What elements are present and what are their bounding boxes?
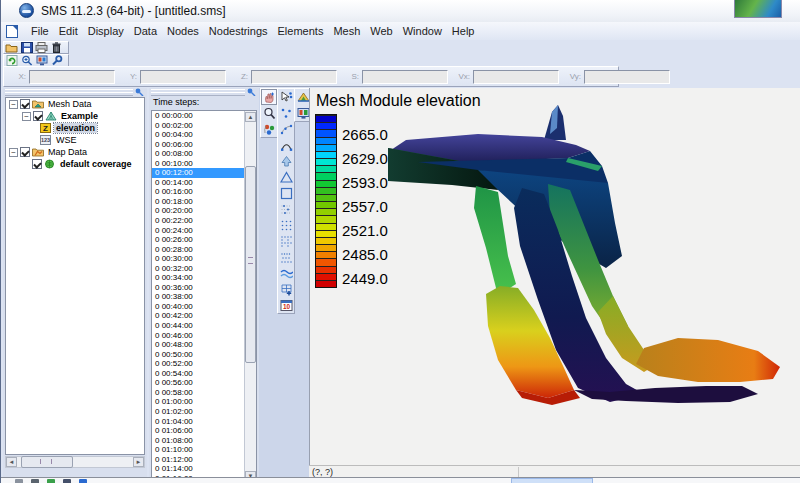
tree-item-label[interactable]: WSE	[54, 135, 79, 145]
time-step-row[interactable]: 0 01:12:00	[152, 455, 244, 465]
collapse-icon[interactable]: −	[22, 112, 31, 121]
time-step-row[interactable]: 0 01:14:00	[152, 464, 244, 474]
tree-item-label[interactable]: Mesh Data	[46, 99, 94, 109]
time-step-row[interactable]: 0 00:12:00	[152, 168, 244, 178]
time-step-row[interactable]: 0 00:34:00	[152, 273, 244, 283]
time-steps-scrollbar[interactable]: ▲ ▼	[244, 111, 256, 482]
zoom-in-button[interactable]	[19, 55, 34, 66]
time-step-row[interactable]: 0 00:00:00	[152, 111, 244, 121]
menu-item[interactable]: Mesh	[328, 23, 365, 39]
time-step-row[interactable]: 0 00:50:00	[152, 350, 244, 360]
time-step-row[interactable]: 0 00:46:00	[152, 331, 244, 341]
time-step-row[interactable]: 0 00:18:00	[152, 197, 244, 207]
coordinate-field-input[interactable]	[140, 70, 226, 84]
print-button[interactable]	[34, 42, 49, 53]
tree-item-label[interactable]: Map Data	[46, 147, 89, 157]
coordinate-field-input[interactable]	[584, 70, 670, 84]
menu-item[interactable]: Help	[447, 23, 480, 39]
tree-item-mesh-data[interactable]: − Mesh Data	[6, 98, 144, 110]
scroll-left-button[interactable]: ◄	[6, 457, 17, 467]
time-step-row[interactable]: 0 01:10:00	[152, 445, 244, 455]
refine-pattern-2-tool-button[interactable]	[278, 233, 294, 249]
collapse-icon[interactable]: −	[9, 148, 18, 157]
tree-item-map-data[interactable]: − Map Data	[6, 146, 144, 158]
tree-item-example[interactable]: − Example	[6, 110, 144, 122]
document-icon[interactable]	[6, 25, 18, 38]
scrollbar-thumb[interactable]	[245, 166, 256, 363]
select-nodestring-tool-button[interactable]	[278, 121, 294, 137]
select-mesh-node-tool-button[interactable]	[278, 89, 294, 105]
title-bar[interactable]: SMS 11.2.3 (64-bit) - [untitled.sms]	[1, 0, 800, 23]
time-step-row[interactable]: 0 00:40:00	[152, 302, 244, 312]
merge-split-tool-button[interactable]	[278, 153, 294, 169]
menu-item[interactable]: Display	[83, 23, 129, 39]
time-step-row[interactable]: 0 01:02:00	[152, 407, 244, 417]
time-step-row[interactable]: 0 00:52:00	[152, 359, 244, 369]
coordinate-field-input[interactable]	[251, 70, 337, 84]
time-step-row[interactable]: 0 00:44:00	[152, 321, 244, 331]
collapse-icon[interactable]: −	[9, 100, 18, 109]
time-step-row[interactable]: 0 01:06:00	[152, 426, 244, 436]
scroll-right-button[interactable]: ►	[133, 457, 144, 467]
time-step-row[interactable]: 0 00:30:00	[152, 254, 244, 264]
tree-item-elevation[interactable]: Z elevation	[6, 122, 144, 134]
menu-item[interactable]: Web	[365, 23, 397, 39]
time-step-row[interactable]: 0 00:32:00	[152, 264, 244, 274]
time-step-row[interactable]: 0 00:04:00	[152, 130, 244, 140]
rotate-tool-button[interactable]	[261, 121, 277, 137]
scrollbar-thumb[interactable]	[21, 456, 73, 468]
select-element-tool-button[interactable]	[278, 105, 294, 121]
delete-button[interactable]	[49, 42, 64, 53]
time-step-row[interactable]: 0 00:48:00	[152, 340, 244, 350]
display-options-macro-button[interactable]	[34, 55, 49, 66]
coordinate-field-input[interactable]	[29, 70, 115, 84]
time-step-row[interactable]: 0 00:06:00	[152, 140, 244, 150]
tree-item-label[interactable]: elevation	[54, 123, 97, 133]
tree-item-wse[interactable]: 123 WSE	[6, 134, 144, 146]
open-button[interactable]	[4, 42, 19, 53]
tree-item-label[interactable]: default coverage	[58, 159, 134, 169]
time-step-row[interactable]: 0 00:28:00	[152, 245, 244, 255]
time-step-row[interactable]: 0 00:38:00	[152, 292, 244, 302]
contours-tool-button[interactable]	[278, 265, 294, 281]
coordinate-field-input[interactable]	[362, 70, 448, 84]
pin-icon[interactable]	[247, 88, 256, 96]
time-step-row[interactable]: 0 00:14:00	[152, 178, 244, 188]
create-quad-element-tool-button[interactable]	[278, 185, 294, 201]
time-step-row[interactable]: 0 00:58:00	[152, 388, 244, 398]
time-step-row[interactable]: 0 00:54:00	[152, 369, 244, 379]
tree-item-default-coverage[interactable]: default coverage	[6, 158, 144, 170]
create-triangle-element-tool-button[interactable]	[278, 169, 294, 185]
active-task-button[interactable]	[511, 478, 593, 483]
visibility-checkbox[interactable]	[33, 111, 43, 121]
menu-item[interactable]: Elements	[273, 23, 329, 39]
mesh-grid-tool-button[interactable]	[278, 281, 294, 297]
coordinate-field-input[interactable]	[473, 70, 559, 84]
time-step-row[interactable]: 0 00:02:00	[152, 121, 244, 131]
visibility-checkbox[interactable]	[32, 159, 42, 169]
pan-tool-button[interactable]	[261, 89, 277, 105]
save-button[interactable]	[19, 42, 34, 53]
zoom-tool-button[interactable]	[261, 105, 277, 121]
time-step-row[interactable]: 0 00:22:00	[152, 216, 244, 226]
menu-item[interactable]: Nodestrings	[204, 23, 273, 39]
visibility-checkbox[interactable]	[20, 147, 30, 157]
refresh-button[interactable]	[4, 55, 19, 66]
time-step-row[interactable]: 0 00:26:00	[152, 235, 244, 245]
time-step-row[interactable]: 0 00:42:00	[152, 311, 244, 321]
time-panel-header[interactable]	[149, 88, 259, 96]
tools-button[interactable]	[49, 55, 64, 66]
menu-item[interactable]: Window	[398, 23, 447, 39]
pin-icon[interactable]	[135, 88, 144, 96]
visibility-checkbox[interactable]	[20, 99, 30, 109]
menu-item[interactable]: Edit	[54, 23, 83, 39]
time-step-row[interactable]: 0 00:56:00	[152, 378, 244, 388]
menu-item[interactable]: Data	[129, 23, 162, 39]
time-step-row[interactable]: 0 00:36:00	[152, 283, 244, 293]
tree-panel-header[interactable]	[3, 88, 147, 96]
refine-pattern-3-tool-button[interactable]	[278, 249, 294, 265]
time-step-row[interactable]: 0 00:20:00	[152, 206, 244, 216]
tree-horizontal-scrollbar[interactable]: ◄ ►	[5, 456, 145, 468]
scatter-vertices-tool-button[interactable]	[278, 201, 294, 217]
graphics-viewport[interactable]: Mesh Module elevation 2665.02629.02593.0…	[309, 88, 800, 465]
